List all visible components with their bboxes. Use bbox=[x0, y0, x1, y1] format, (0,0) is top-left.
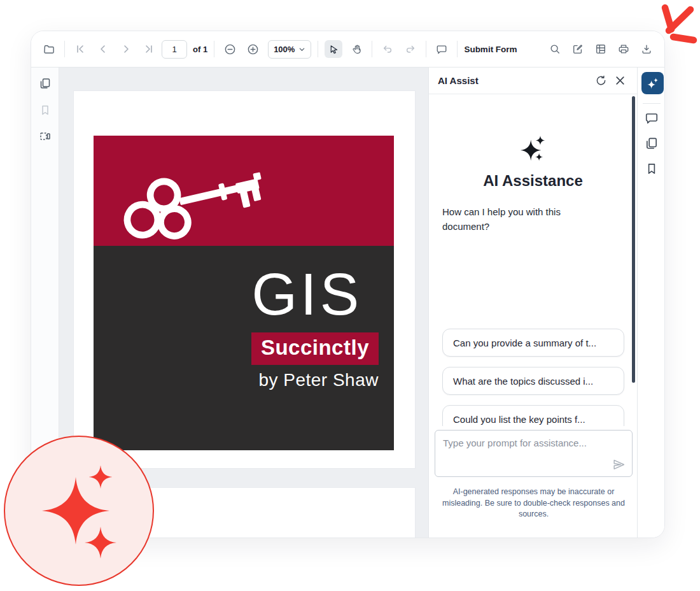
ai-panel-body: AI Assistance How can I help you with th… bbox=[429, 94, 637, 538]
zoom-level-value: 100% bbox=[274, 45, 295, 54]
last-page-icon bbox=[144, 44, 154, 54]
search-button[interactable] bbox=[546, 40, 564, 58]
first-page-icon bbox=[75, 44, 85, 54]
comment-icon bbox=[436, 43, 447, 55]
refresh-button[interactable] bbox=[591, 71, 610, 90]
pdf-page-1: GIS Succinctly by Peter Shaw bbox=[74, 91, 415, 468]
page-count-label: of 1 bbox=[193, 45, 207, 54]
sparkles-icon bbox=[519, 134, 548, 163]
zoom-out-button[interactable] bbox=[221, 40, 239, 58]
first-page-button[interactable] bbox=[71, 40, 89, 58]
toolbar-divider bbox=[426, 41, 426, 57]
ai-panel-header: AI Assist bbox=[429, 68, 637, 94]
decorative-sparkles-icon bbox=[5, 437, 155, 587]
cursor-arrow-icon bbox=[328, 44, 339, 55]
undo-button[interactable] bbox=[379, 40, 396, 58]
bookmarks-panel-button[interactable] bbox=[645, 162, 659, 176]
ai-assist-toggle-button[interactable] bbox=[641, 72, 664, 94]
search-icon bbox=[549, 43, 561, 55]
key-illustration bbox=[110, 169, 270, 246]
panel-scrollbar[interactable] bbox=[632, 96, 635, 383]
download-icon bbox=[641, 43, 652, 55]
redo-button[interactable] bbox=[402, 40, 419, 58]
toolbar: of 1 100% Submit Form bbox=[31, 31, 664, 68]
rail-divider bbox=[643, 103, 661, 104]
close-icon bbox=[615, 75, 626, 86]
suggestion-summary[interactable]: Can you provide a summary of t... bbox=[442, 329, 624, 357]
bookmarks-button[interactable] bbox=[39, 104, 52, 117]
comment-tool-button[interactable] bbox=[433, 40, 451, 58]
cover-dark-band: GIS Succinctly by Peter Shaw bbox=[94, 246, 394, 450]
open-file-button[interactable] bbox=[40, 40, 58, 58]
toolbar-divider bbox=[214, 41, 214, 57]
decorative-pencil-strokes-icon bbox=[655, 1, 700, 46]
prompt-input-box bbox=[435, 430, 633, 477]
send-icon[interactable] bbox=[612, 458, 626, 471]
redo-icon bbox=[405, 43, 416, 55]
select-tool-button[interactable] bbox=[325, 40, 342, 58]
print-button[interactable] bbox=[615, 40, 633, 58]
toolbar-divider bbox=[64, 41, 65, 57]
zoom-in-button[interactable] bbox=[244, 40, 262, 58]
page-thumbnails-button[interactable] bbox=[39, 77, 52, 90]
suggestion-topics[interactable]: What are the topics discussed i... bbox=[442, 367, 624, 395]
submit-form-button[interactable]: Submit Form bbox=[464, 45, 517, 54]
pages-icon bbox=[645, 136, 659, 150]
book-cover: GIS Succinctly by Peter Shaw bbox=[94, 136, 394, 450]
ai-intro-text: How can I help you with this document? bbox=[442, 204, 589, 234]
page-organizer-button[interactable] bbox=[645, 136, 659, 150]
previous-page-button[interactable] bbox=[94, 40, 112, 58]
ai-sparkles-icon bbox=[646, 76, 660, 90]
ai-assist-panel: AI Assist AI Assistance How can I help y… bbox=[428, 68, 637, 538]
cover-red-band bbox=[94, 136, 394, 246]
right-sidebar bbox=[637, 68, 665, 538]
cover-author: by Peter Shaw bbox=[258, 370, 379, 390]
ai-disclaimer: AI-generated responses may be inaccurate… bbox=[437, 487, 630, 520]
ai-heading: AI Assistance bbox=[429, 172, 637, 190]
organize-pages-button[interactable] bbox=[592, 40, 610, 58]
pages-icon bbox=[39, 77, 52, 90]
decorative-sparkle-circle bbox=[4, 436, 154, 586]
toolbar-divider bbox=[372, 41, 372, 57]
comment-icon bbox=[645, 111, 659, 125]
cover-series-badge: Succinctly bbox=[251, 332, 379, 365]
form-designer-button[interactable] bbox=[569, 40, 587, 58]
undo-icon bbox=[382, 43, 393, 55]
next-page-button[interactable] bbox=[117, 40, 135, 58]
grid-icon bbox=[595, 43, 606, 55]
printer-icon bbox=[618, 43, 629, 55]
prompt-input[interactable] bbox=[435, 431, 632, 476]
signature-panel-button[interactable] bbox=[39, 130, 52, 143]
cover-title: GIS bbox=[252, 265, 362, 324]
refresh-icon bbox=[595, 75, 607, 87]
prompt-section: AI-generated responses may be inaccurate… bbox=[429, 426, 637, 538]
square-pencil-icon bbox=[572, 43, 584, 55]
zoom-in-icon bbox=[247, 43, 259, 55]
bookmark-icon bbox=[39, 104, 52, 117]
next-page-icon bbox=[121, 44, 131, 54]
toolbar-divider bbox=[457, 41, 458, 57]
page-number-input[interactable] bbox=[162, 40, 187, 59]
zoom-level-select[interactable]: 100% bbox=[268, 40, 311, 59]
close-panel-button[interactable] bbox=[610, 71, 629, 90]
zoom-out-icon bbox=[224, 43, 236, 55]
toolbar-divider bbox=[318, 41, 318, 57]
chevron-down-icon bbox=[298, 46, 305, 53]
last-page-button[interactable] bbox=[140, 40, 158, 58]
ai-panel-title: AI Assist bbox=[438, 75, 479, 86]
previous-page-icon bbox=[98, 44, 108, 54]
open-file-icon bbox=[43, 43, 55, 55]
pan-tool-button[interactable] bbox=[347, 40, 365, 58]
hand-icon bbox=[351, 44, 362, 55]
dashed-box-icon bbox=[39, 130, 52, 143]
comments-panel-button[interactable] bbox=[645, 111, 659, 125]
bookmark-icon bbox=[645, 162, 659, 176]
download-button[interactable] bbox=[638, 40, 655, 58]
